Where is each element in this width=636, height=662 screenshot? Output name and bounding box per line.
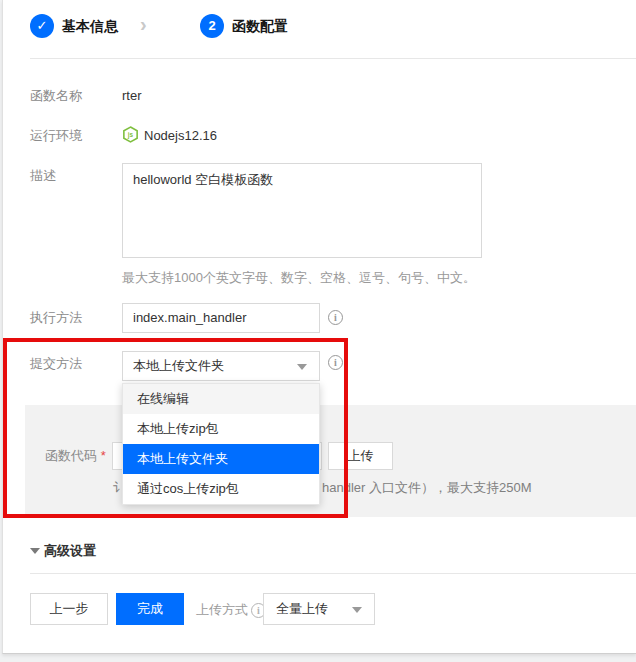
submit-method-value: 本地上传文件夹: [123, 352, 319, 380]
handler-input[interactable]: index.main_handler: [122, 303, 320, 333]
header-divider: [30, 58, 636, 59]
upload-mode-select[interactable]: 全量上传: [263, 593, 375, 625]
description-textarea[interactable]: helloworld 空白模板函数: [122, 163, 482, 258]
upload-mode-label: 上传方式i: [196, 601, 266, 619]
submit-method-dropdown-menu: 在线编辑 本地上传zip包 本地上传文件夹 通过cos上传zip包: [122, 383, 320, 505]
step1-done-check-icon[interactable]: ✓: [30, 14, 54, 38]
function-name-label: 函数名称: [30, 88, 82, 104]
required-asterisk: *: [101, 448, 106, 463]
dropdown-option-local-zip[interactable]: 本地上传zip包: [123, 414, 319, 444]
submit-method-select[interactable]: 本地上传文件夹: [122, 351, 320, 381]
function-name-value: rter: [122, 88, 142, 104]
function-config-page: ✓ 基本信息 › 2 函数配置 函数名称 rter 运行环境 js Nodejs…: [0, 0, 636, 662]
function-code-label: 函数代码 *: [45, 448, 106, 464]
handler-value: index.main_handler: [123, 304, 319, 332]
dropdown-option-local-folder[interactable]: 本地上传文件夹: [123, 444, 319, 474]
description-hint: 最大支持1000个英文字母、数字、空格、逗号、句号、中文。: [122, 270, 476, 286]
step2-number-badge: 2: [200, 14, 224, 38]
caret-down-icon: [297, 364, 307, 370]
submit-method-label: 提交方法: [30, 356, 82, 372]
advanced-triangle-down-icon: [30, 548, 40, 554]
chevron-right-icon: ›: [140, 14, 147, 34]
dropdown-option-cos-zip[interactable]: 通过cos上传zip包: [123, 474, 319, 504]
svg-text:js: js: [127, 131, 134, 139]
footer-divider: [30, 573, 636, 574]
finish-button[interactable]: 完成: [116, 593, 184, 625]
description-label: 描述: [30, 168, 56, 184]
nodejs-hexagon-icon: js: [122, 126, 139, 143]
handler-info-icon[interactable]: i: [328, 310, 343, 325]
dropdown-option-online-edit[interactable]: 在线编辑: [123, 384, 319, 414]
caret-down-icon: [352, 607, 362, 613]
runtime-value: Nodejs12.16: [144, 128, 217, 144]
advanced-settings-toggle[interactable]: 高级设置: [44, 542, 96, 560]
step1-label[interactable]: 基本信息: [62, 17, 118, 35]
upload-button[interactable]: 上传: [328, 442, 393, 470]
step2-label: 函数配置: [232, 17, 288, 35]
submit-method-info-icon[interactable]: i: [328, 355, 343, 370]
code-note-fragment-right: handler 入口文件），最大支持250M: [322, 480, 532, 496]
description-value: helloworld 空白模板函数: [133, 172, 471, 188]
handler-label: 执行方法: [30, 310, 82, 326]
runtime-label: 运行环境: [30, 128, 82, 144]
prev-step-button[interactable]: 上一步: [30, 593, 108, 625]
